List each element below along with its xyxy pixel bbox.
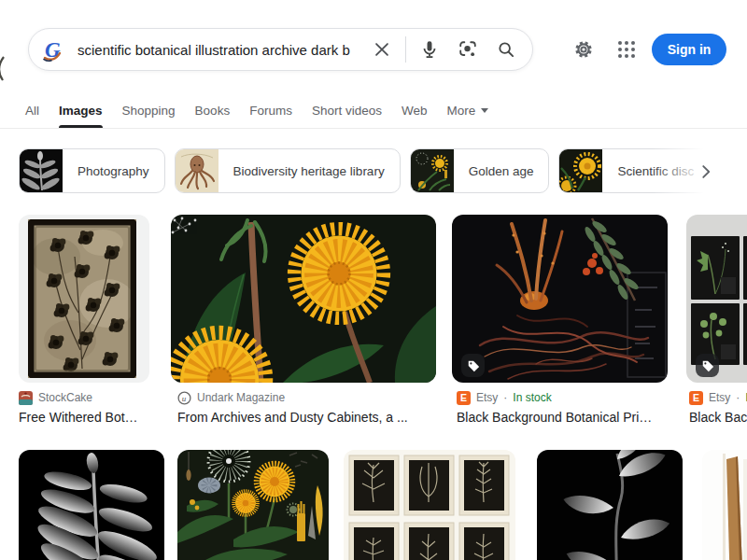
svg-text:E: E: [693, 392, 699, 403]
g-logo-icon: G: [40, 36, 66, 63]
tab-short-videos[interactable]: Short videos: [312, 93, 382, 128]
result-title[interactable]: Free Withered Bot…: [19, 410, 168, 425]
tab-forums[interactable]: Forums: [249, 93, 292, 128]
dandelion-art: [171, 215, 436, 383]
fern-art: [19, 450, 164, 560]
result-image-black-white-fern[interactable]: [19, 450, 164, 560]
result-source-row: u Undark Magazine: [177, 390, 437, 405]
framed-prints-art: [344, 450, 515, 560]
result-caption: E Etsy · In Black Bac: [689, 390, 747, 425]
tabs-divider: [0, 128, 747, 129]
wood-frame-art: [702, 450, 747, 560]
tab-books[interactable]: Books: [195, 93, 231, 128]
settings-gear-icon[interactable]: [572, 38, 595, 61]
chip-label: Biodiversity heritage library: [218, 164, 400, 178]
chip-scientific-thumbnail: [559, 149, 602, 192]
price-tag-icon: [696, 354, 719, 377]
page-edge-artifact: [0, 56, 9, 82]
result-source-row: E Etsy · In stock: [457, 390, 669, 405]
search-divider: [405, 36, 406, 63]
result-title[interactable]: Black Bac: [689, 410, 747, 425]
result-source[interactable]: StockCake: [38, 391, 92, 404]
result-caption: E Etsy · In stock Black Background Botan…: [457, 390, 669, 425]
heliconia-art: [537, 450, 683, 560]
result-caption: u Undark Magazine From Archives and Dust…: [177, 390, 437, 425]
separator-dot: ·: [736, 391, 740, 404]
clear-search-icon[interactable]: [371, 38, 393, 61]
chip-label: Photography: [63, 164, 164, 178]
google-lens-icon[interactable]: [457, 38, 479, 61]
specimen-art: [452, 215, 668, 383]
withered-botanical-art: [28, 219, 136, 378]
search-bar[interactable]: G scientific botanical illustration arch…: [28, 28, 533, 71]
stock-badge: In stock: [513, 391, 551, 404]
dandelion-chart-art: [177, 450, 329, 560]
result-image-framed-prints-light[interactable]: [344, 450, 515, 560]
stockcake-favicon: [19, 391, 33, 405]
result-image-dandelion-illustration[interactable]: [171, 215, 436, 383]
result-image-wood-frame-partial[interactable]: [702, 450, 747, 560]
tab-more-label: More: [446, 104, 475, 118]
tab-more[interactable]: More: [446, 93, 488, 128]
result-title[interactable]: Black Background Botanical Pri…: [457, 410, 669, 425]
chip-golden-age[interactable]: Golden age: [410, 148, 550, 193]
result-caption: StockCake Free Withered Bot…: [19, 390, 168, 425]
result-image-botanical-specimen[interactable]: [452, 215, 668, 383]
undark-favicon: u: [177, 391, 191, 405]
result-image-framed-prints-dark[interactable]: [686, 215, 747, 383]
google-apps-grid-icon[interactable]: [615, 38, 638, 61]
separator-dot: ·: [503, 391, 507, 404]
tab-images[interactable]: Images: [59, 93, 103, 128]
chip-photography[interactable]: Photography: [19, 148, 165, 193]
result-type-tabs: All Images Shopping Books Forums Short v…: [25, 93, 488, 128]
tab-shopping[interactable]: Shopping: [122, 93, 176, 128]
result-title[interactable]: From Archives and Dusty Cabinets, a ...: [177, 410, 437, 425]
result-image-dandelion-chart[interactable]: [177, 450, 329, 560]
filter-chips: Photography Biodiversity heritage librar…: [19, 148, 747, 193]
result-image-heliconia[interactable]: [537, 450, 683, 560]
mic-icon[interactable]: [418, 38, 441, 61]
etsy-favicon: E: [457, 391, 471, 405]
chip-biodiversity-heritage-library[interactable]: Biodiversity heritage library: [175, 148, 401, 193]
result-image-withered-botanical[interactable]: [19, 215, 149, 383]
result-source-row: StockCake: [19, 390, 168, 405]
google-images-results-page: G scientific botanical illustration arch…: [0, 0, 747, 560]
chip-label: Golden age: [454, 164, 549, 178]
svg-text:E: E: [460, 392, 467, 403]
search-input[interactable]: scientific botanical illustration archiv…: [78, 42, 371, 58]
result-source[interactable]: Etsy: [476, 391, 498, 404]
result-source[interactable]: Etsy: [709, 391, 730, 404]
etsy-favicon: E: [689, 391, 703, 405]
chip-bhl-thumbnail: [176, 149, 218, 192]
search-submit-icon[interactable]: [495, 38, 517, 61]
tab-web[interactable]: Web: [402, 93, 428, 128]
price-tag-icon: [461, 354, 485, 377]
svg-text:u: u: [182, 393, 187, 402]
result-source[interactable]: Undark Magazine: [197, 391, 285, 404]
result-source-row: E Etsy · In: [689, 390, 747, 405]
chip-golden-age-thumbnail: [411, 149, 454, 192]
tab-all[interactable]: All: [25, 93, 39, 128]
chip-photography-thumbnail: [20, 149, 63, 192]
chips-scroll-right-icon[interactable]: [694, 160, 718, 184]
caret-down-icon: [481, 108, 488, 113]
sign-in-button[interactable]: Sign in: [652, 34, 726, 65]
